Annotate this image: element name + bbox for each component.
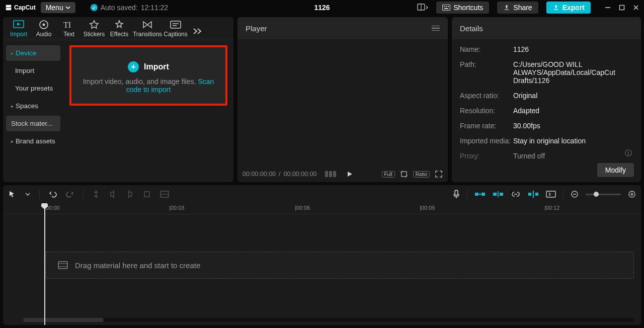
modify-button[interactable]: Modify (597, 163, 634, 177)
svg-rect-13 (171, 21, 181, 28)
ruler-mark: |00:03 (169, 205, 184, 211)
player-menu-icon[interactable] (432, 26, 440, 31)
zoom-out-button[interactable] (571, 190, 579, 198)
sidebar-item-import[interactable]: Import (6, 63, 60, 78)
tab-label: Transitions (133, 31, 162, 38)
sidebar-item-brand[interactable]: ▸ Brand assets (6, 133, 60, 149)
zoom-thumb[interactable] (594, 192, 599, 197)
trim-left-tool[interactable] (109, 190, 117, 198)
plus-circle-icon: + (128, 61, 139, 72)
top-bar: CapCut Menu Auto saved: 12:11:22 1126 Sh… (0, 0, 644, 15)
autosave-time: 12:11:22 (141, 4, 169, 12)
magnet-main-icon[interactable] (474, 191, 486, 198)
sidebar-item-stock[interactable]: Stock mater... (6, 116, 60, 131)
shortcuts-label: Shortcuts (453, 4, 483, 12)
help-icon[interactable]: ⓘ (625, 149, 632, 158)
tab-effects[interactable]: Effects (107, 20, 132, 40)
share-icon (503, 4, 510, 11)
maximize-icon[interactable] (619, 5, 625, 11)
crop-tool[interactable] (143, 190, 151, 198)
cursor-tool[interactable] (8, 190, 16, 198)
clip-tool[interactable] (160, 191, 169, 198)
tab-label: Text (63, 31, 74, 38)
svg-rect-23 (455, 190, 458, 195)
close-icon[interactable] (633, 5, 639, 11)
mic-icon[interactable] (453, 190, 460, 199)
ruler-mark: |00:12 (544, 205, 559, 211)
import-dropzone[interactable]: + Import Import video, audio, and image … (69, 45, 227, 106)
undo-button[interactable] (49, 190, 57, 198)
magnet-track-icon[interactable] (493, 191, 504, 198)
timeline-dropzone[interactable]: Drag material here and start to create (45, 252, 634, 279)
tab-text[interactable]: TI Text (56, 20, 82, 40)
sidebar-item-presets[interactable]: Your presets (6, 80, 60, 96)
tab-transitions[interactable]: Transitions (132, 20, 163, 40)
scrollbar-thumb[interactable] (23, 318, 104, 322)
sidebar-item-label: Spaces (16, 102, 38, 110)
zoom-in-button[interactable] (628, 190, 636, 198)
tab-captions[interactable]: Captions (163, 20, 188, 40)
svg-rect-18 (333, 171, 336, 177)
tab-stickers[interactable]: Stickers (82, 20, 107, 40)
detail-value: Original (513, 92, 633, 100)
tab-audio[interactable]: Audio (31, 20, 56, 40)
check-circle-icon (91, 4, 98, 11)
ratio-toggle[interactable]: Ratio (413, 171, 430, 178)
redo-button[interactable] (66, 190, 74, 198)
details-table: Name:1126 Path:C:/Users/GOOD WILL ALWAYS… (452, 39, 641, 166)
effects-icon (114, 20, 124, 30)
trim-right-tool[interactable] (126, 190, 134, 198)
svg-rect-33 (546, 191, 555, 197)
transitions-icon (142, 20, 153, 30)
caret-icon: ▸ (11, 104, 14, 109)
sidebar-item-label: Brand assets (16, 137, 55, 145)
tab-import[interactable]: Import (6, 20, 31, 40)
play-button[interactable] (346, 171, 353, 178)
detail-label: Path: (460, 60, 513, 85)
detail-label: Name: (460, 45, 513, 53)
minimize-icon[interactable] (605, 5, 611, 11)
layout-icon[interactable] (417, 4, 428, 12)
tab-label: Audio (36, 31, 52, 38)
caret-icon: ▸ (11, 51, 14, 56)
shortcuts-button[interactable]: Shortcuts (436, 2, 489, 14)
zoom-slider[interactable] (586, 194, 621, 195)
player-controls: 00:00:00:00 / 00:00:00:00 Full Ratio (237, 166, 448, 182)
menu-button[interactable]: Menu (41, 2, 75, 13)
svg-rect-20 (144, 192, 149, 197)
cursor-dropdown[interactable] (25, 192, 30, 197)
thumbnails-icon[interactable] (325, 171, 336, 177)
detail-label: Aspect ratio: (460, 92, 513, 100)
tab-label: Captions (164, 31, 187, 38)
link-icon[interactable] (511, 191, 521, 197)
tab-label: Effects (110, 31, 128, 38)
import-area: + Import Import video, audio, and image … (63, 40, 233, 182)
svg-rect-31 (535, 193, 538, 196)
timeline-scrollbar[interactable] (23, 318, 634, 322)
svg-rect-39 (58, 262, 67, 269)
share-button[interactable]: Share (497, 2, 538, 14)
menu-label: Menu (46, 4, 63, 12)
project-title: 1126 (314, 4, 330, 12)
detail-value: 1126 (513, 45, 633, 53)
crop-icon[interactable] (400, 170, 408, 178)
export-button[interactable]: Export (546, 2, 591, 14)
svg-text:TI: TI (63, 21, 71, 29)
details-panel: Details Name:1126 Path:C:/Users/GOOD WIL… (452, 17, 641, 182)
app-logo: CapCut (5, 4, 36, 11)
autosave-prefix: Auto saved: (101, 4, 138, 12)
split-tool[interactable] (93, 190, 100, 198)
fullscreen-icon[interactable] (435, 170, 443, 178)
full-toggle[interactable]: Full (382, 171, 395, 178)
timeline-ruler[interactable]: |00:00 |00:03 |00:06 |00:09 |00:12 (3, 203, 641, 214)
playhead[interactable] (44, 203, 45, 325)
snap-icon[interactable] (528, 191, 539, 198)
sidebar-item-label: Your presets (15, 85, 53, 92)
player-panel: Player 00:00:00:00 / 00:00:00:00 Full Ra… (237, 17, 448, 182)
sidebar-item-device[interactable]: ▸ Device (6, 45, 60, 61)
timeline[interactable]: |00:00 |00:03 |00:06 |00:09 |00:12 Drag … (3, 203, 641, 325)
autosave-status: Auto saved: 12:11:22 (91, 4, 168, 12)
sidebar-item-spaces[interactable]: ▸ Spaces (6, 98, 60, 114)
preview-render-icon[interactable] (546, 191, 556, 198)
tabs-more-button[interactable] (191, 28, 203, 40)
